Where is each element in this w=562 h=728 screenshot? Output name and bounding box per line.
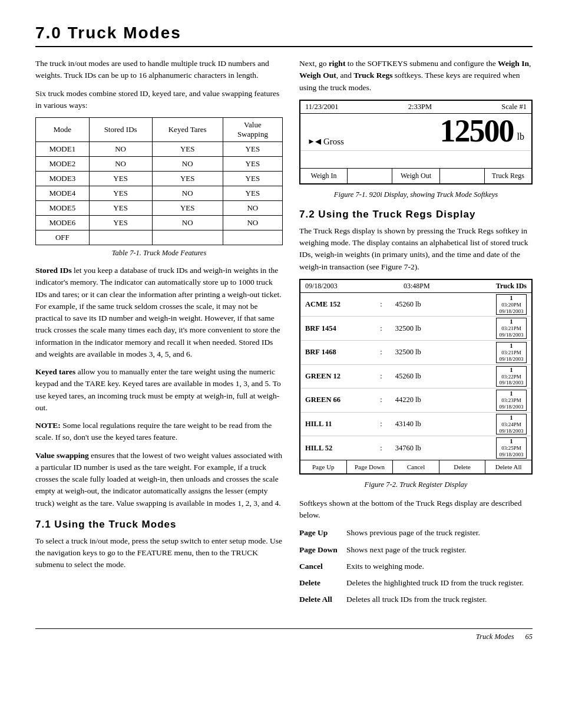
truck-colon-cell: :: [372, 436, 390, 460]
table-cell: NO: [89, 142, 152, 157]
note-label: NOTE:: [35, 421, 61, 430]
truck-badge-cell: 103:21PM09/18/2003: [467, 317, 531, 341]
scale-time: 2:33PM: [408, 103, 432, 111]
gross-text: Gross: [323, 137, 344, 147]
intro-para1: The truck in/out modes are used to handl…: [35, 58, 283, 82]
truck-row: BRF 1468:32500 lb103:21PM09/18/2003: [300, 340, 531, 364]
truck-weight-cell: 34760 lb: [391, 436, 467, 460]
table-cell: YES: [152, 201, 223, 216]
truck-row: GREEN 66:44220 lb103:23PM09/18/2003: [300, 388, 531, 413]
figure71-caption: Figure 7-1. 920i Display, showing Truck …: [299, 190, 533, 199]
desc-row: DeleteDeletes the highlighted truck ID f…: [299, 577, 533, 589]
truck-id-cell: BRF 1454: [300, 317, 372, 341]
table-cell: YES: [89, 186, 152, 201]
scale-gross-label: ►◀ Gross: [308, 137, 344, 147]
truck-badge: 103:21PM09/18/2003: [496, 342, 527, 363]
truck-softkey-delete[interactable]: Delete: [439, 460, 486, 473]
desc-row: Page DownShows next page of the truck re…: [299, 544, 533, 556]
table-caption: Table 7-1. Truck Mode Features: [35, 249, 283, 258]
truck-row: ACME 152:45260 lb103:20PM09/18/2003: [300, 293, 531, 317]
truck-regs-softkey[interactable]: Truck Regs: [485, 169, 531, 183]
truck-badge-cell: 103:25PM09/18/2003: [467, 436, 531, 460]
stored-ids-term: Stored IDs: [35, 266, 72, 275]
truck-display-title: Truck IDs: [496, 282, 527, 291]
col-mode: Mode: [36, 118, 90, 142]
scale-softkeys: Weigh In Weigh Out Truck Regs: [300, 168, 531, 183]
right-column: Next, go right to the SOFTKEYS submenu a…: [299, 58, 533, 611]
truck-table: ACME 152:45260 lb103:20PM09/18/2003BRF 1…: [300, 293, 531, 460]
weigh-in-softkey[interactable]: Weigh In: [300, 169, 348, 183]
table-cell: MODE2: [36, 157, 90, 172]
table-cell: MODE5: [36, 201, 90, 216]
truck-badge: 103:21PM09/18/2003: [496, 318, 527, 339]
mode-table: Mode Stored IDs Keyed Tares ValueSwappin…: [35, 117, 283, 245]
table-cell: YES: [223, 186, 282, 201]
table-cell: YES: [152, 142, 223, 157]
desc-row: CancelExits to weighing mode.: [299, 561, 533, 572]
truck-colon-cell: :: [372, 364, 390, 388]
truck-badge-cell: 103:20PM09/18/2003: [467, 293, 531, 317]
truck-badge-cell: 103:24PM09/18/2003: [467, 412, 531, 436]
table-cell: NO: [152, 216, 223, 230]
table-cell: NO: [223, 201, 282, 216]
truck-id-cell: ACME 152: [300, 293, 372, 317]
table-cell: YES: [223, 172, 282, 186]
note-text: Some local regulations require the tare …: [35, 421, 272, 442]
truck-softkey-page-up[interactable]: Page Up: [300, 460, 347, 473]
note-para: NOTE: Some local regulations require the…: [35, 420, 283, 444]
truck-badge-cell: 103:22PM09/18/2003: [467, 364, 531, 388]
table-cell: YES: [89, 216, 152, 230]
truck-id-cell: HILL 11: [300, 412, 372, 436]
scale-header: 11/23/2001 2:33PM Scale #1: [300, 101, 531, 114]
table-cell: MODE3: [36, 172, 90, 186]
section72-heading: 7.2 Using the Truck Regs Display: [299, 209, 533, 220]
page-title: 7.0 Truck Modes: [35, 24, 533, 47]
table-cell: YES: [89, 172, 152, 186]
desc-row: Delete AllDeletes all truck IDs from the…: [299, 594, 533, 605]
desc-term: Page Down: [299, 544, 346, 556]
truck-weight-cell: 45260 lb: [391, 364, 467, 388]
truck-badge: 103:24PM09/18/2003: [496, 414, 527, 435]
truck-weight-cell: 43140 lb: [391, 412, 467, 436]
section72-text: The Truck Regs display is shown by press…: [299, 225, 533, 273]
table-cell: MODE4: [36, 186, 90, 201]
truck-display-date: 09/18/2003: [305, 282, 338, 291]
desc-term: Delete All: [299, 594, 346, 605]
truck-badge: 103:20PM09/18/2003: [496, 294, 527, 315]
value-swapping-para: Value swapping ensures that the lowest o…: [35, 450, 283, 509]
table-cell: YES: [223, 142, 282, 157]
col-keyed-tares: Keyed Tares: [152, 118, 223, 142]
truck-softkey-cancel[interactable]: Cancel: [393, 460, 439, 473]
gross-arrow-icon: ►◀: [308, 137, 321, 146]
truck-badge-cell: 103:21PM09/18/2003: [467, 340, 531, 364]
truck-softkeys-row: Page UpPage DownCancelDeleteDelete All: [300, 460, 531, 473]
truck-colon-cell: :: [372, 317, 390, 341]
truck-colon-cell: :: [372, 388, 390, 413]
truck-id-cell: HILL 52: [300, 436, 372, 460]
weigh-out-softkey[interactable]: Weigh Out: [392, 169, 439, 183]
desc-def: Deletes all truck IDs from the truck reg…: [346, 594, 533, 605]
truck-register-display: 09/18/2003 03:48PM Truck IDs ACME 152:45…: [299, 279, 533, 475]
truck-badge: 103:25PM09/18/2003: [496, 437, 527, 459]
table-cell: MODE6: [36, 216, 90, 230]
truck-row: BRF 1454:32500 lb103:21PM09/18/2003: [300, 317, 531, 341]
truck-softkey-page-down[interactable]: Page Down: [347, 460, 394, 473]
keyed-tares-para: Keyed tares allow you to manually enter …: [35, 366, 283, 414]
truck-weight-cell: 44220 lb: [391, 388, 467, 413]
truck-id-cell: BRF 1468: [300, 340, 372, 364]
truck-softkey-delete-all[interactable]: Delete All: [485, 460, 531, 473]
desc-def: Exits to weighing mode.: [346, 561, 533, 572]
truck-row: HILL 52:34760 lb103:25PM09/18/2003: [300, 436, 531, 460]
scale-unit: lb: [517, 131, 524, 147]
desc-term: Delete: [299, 577, 346, 589]
truck-weight-cell: 45260 lb: [391, 293, 467, 317]
scale-id: Scale #1: [501, 103, 527, 111]
truck-id-cell: GREEN 66: [300, 388, 372, 413]
table-cell: NO: [89, 157, 152, 172]
table-cell: NO: [152, 157, 223, 172]
table-cell: MODE1: [36, 142, 90, 157]
truck-weight-cell: 32500 lb: [391, 340, 467, 364]
desc-term: Page Up: [299, 527, 346, 539]
table-cell: NO: [152, 186, 223, 201]
truck-id-cell: GREEN 12: [300, 364, 372, 388]
